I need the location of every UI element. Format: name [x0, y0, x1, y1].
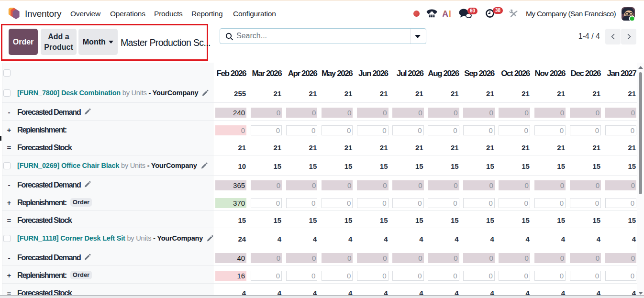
- svg-text:I: I: [449, 9, 451, 18]
- svg-text:A: A: [443, 9, 448, 18]
